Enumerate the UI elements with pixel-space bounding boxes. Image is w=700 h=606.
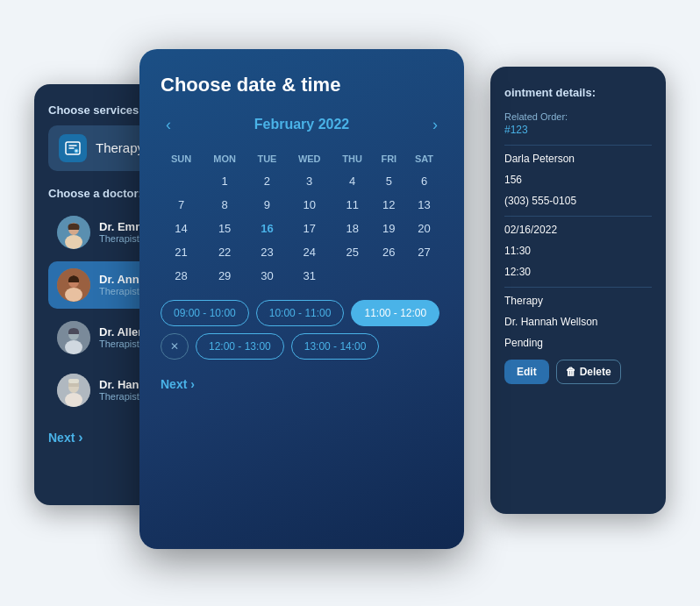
calendar-day[interactable]: 10 — [287, 193, 332, 217]
appt-date: 02/16/2022 — [504, 224, 652, 236]
calendar-week-row: 21222324252627 — [161, 240, 443, 264]
calendar-day[interactable]: 20 — [405, 217, 443, 240]
trash-icon: 🗑 — [566, 366, 576, 378]
calendar-days-row: SUN MON TUE WED THU FRI SAT — [161, 150, 443, 169]
appt-time-start: 11:30 — [504, 245, 652, 257]
svg-point-10 — [65, 340, 82, 354]
calendar-title: Choose date & time — [161, 74, 443, 96]
time-slot-5[interactable]: 13:00 - 14:00 — [291, 333, 380, 360]
calendar-day[interactable]: 23 — [247, 240, 287, 264]
calendar-day[interactable]: 6 — [405, 169, 443, 193]
calendar-body: 1234567891011121314151617181920212223242… — [161, 169, 443, 288]
calendar-day[interactable]: 8 — [202, 193, 247, 217]
calendar-day[interactable]: 25 — [332, 240, 373, 264]
calendar-day[interactable]: 4 — [332, 169, 373, 193]
calendar-week-row: 28293031 — [161, 264, 443, 288]
day-wed: WED — [287, 150, 332, 169]
calendar-day[interactable]: 19 — [373, 217, 405, 240]
calendar-day[interactable]: 22 — [202, 240, 247, 264]
calendar-next-chevron: › — [190, 377, 195, 391]
calendar-week-row: 78910111213 — [161, 193, 443, 217]
svg-point-7 — [65, 288, 82, 302]
calendar-day[interactable]: 11 — [332, 193, 373, 217]
calendar-day[interactable]: 14 — [161, 217, 202, 240]
calendar-next-link[interactable]: Next › — [161, 377, 443, 391]
edit-button[interactable]: Edit — [504, 360, 549, 384]
time-slot-2[interactable]: 11:00 - 12:00 — [351, 300, 439, 326]
calendar-day[interactable]: 5 — [373, 169, 405, 193]
delete-button[interactable]: 🗑 Delete — [556, 360, 621, 384]
related-order-label: Related Order: — [504, 111, 652, 122]
calendar-header: ‹ February 2022 › — [161, 114, 443, 136]
doctor-avatar-3 — [57, 321, 90, 354]
calendar-day[interactable]: 18 — [332, 217, 373, 240]
service-name: Therapy — [96, 140, 144, 155]
calendar-day[interactable]: 16 — [247, 217, 287, 240]
doctor-avatar-2 — [57, 268, 90, 302]
svg-point-13 — [65, 393, 82, 407]
next-month-button[interactable]: › — [427, 114, 443, 136]
day-fri: FRI — [373, 150, 405, 169]
calendar-day[interactable]: 21 — [161, 240, 202, 264]
day-tue: TUE — [247, 150, 287, 169]
calendar-month: February 2022 — [254, 117, 350, 132]
scene: Choose services: Therapy Choose a doctor… — [34, 32, 666, 575]
doctor-avatar-1 — [57, 216, 90, 249]
day-sun: SUN — [161, 150, 202, 169]
calendar-day[interactable]: 17 — [287, 217, 332, 240]
calendar-week-row: 14151617181920 — [161, 217, 443, 240]
calendar-day — [161, 169, 202, 193]
patient-phone: (303) 555-0105 — [504, 195, 652, 207]
calendar-day[interactable]: 7 — [161, 193, 202, 217]
calendar-day[interactable]: 27 — [405, 240, 443, 264]
calendar-day[interactable]: 15 — [202, 217, 247, 240]
calendar-grid: SUN MON TUE WED THU FRI SAT 123456789101… — [161, 150, 443, 288]
calendar-day — [373, 264, 405, 288]
calendar-day[interactable]: 1 — [202, 169, 247, 193]
appt-actions: Edit 🗑 Delete — [504, 360, 652, 384]
day-sat: SAT — [405, 150, 443, 169]
appt-status: Pending — [504, 337, 652, 349]
calendar-day[interactable]: 30 — [247, 264, 287, 288]
patient-id: 156 — [504, 174, 652, 186]
time-slot-0[interactable]: 09:00 - 10:00 — [161, 300, 249, 326]
left-next-chevron: › — [78, 430, 82, 446]
time-slot-1[interactable]: 10:00 - 11:00 — [256, 300, 345, 326]
calendar-card: Choose date & time ‹ February 2022 › SUN… — [139, 49, 464, 549]
divider-3 — [504, 287, 652, 288]
calendar-day[interactable]: 29 — [202, 264, 247, 288]
calendar-day[interactable]: 13 — [405, 193, 443, 217]
calendar-day[interactable]: 2 — [247, 169, 287, 193]
time-slots: 09:00 - 10:0010:00 - 11:0011:00 - 12:00✕… — [161, 300, 443, 360]
appt-doctor: Dr. Hannah Wellson — [504, 316, 652, 328]
delete-label: Delete — [580, 366, 611, 378]
appt-service: Therapy — [504, 295, 652, 307]
calendar-day[interactable]: 26 — [373, 240, 405, 264]
divider-1 — [504, 145, 652, 146]
left-next-label: Next — [48, 431, 75, 445]
calendar-day[interactable]: 12 — [373, 193, 405, 217]
patient-name: Darla Peterson — [504, 153, 652, 165]
appt-title: ointment details: — [504, 86, 652, 99]
right-card: ointment details: Related Order: #123 Da… — [490, 67, 666, 514]
calendar-day — [332, 264, 373, 288]
calendar-day[interactable]: 9 — [247, 193, 287, 217]
calendar-day[interactable]: 3 — [287, 169, 332, 193]
prev-month-button[interactable]: ‹ — [161, 114, 176, 136]
time-slot-4[interactable]: 12:00 - 13:00 — [196, 333, 284, 360]
svg-rect-14 — [68, 379, 79, 383]
calendar-next-label: Next — [161, 377, 187, 391]
doctor-avatar-4 — [57, 374, 90, 407]
calendar-day[interactable]: 28 — [161, 264, 202, 288]
calendar-day[interactable]: 31 — [287, 264, 332, 288]
divider-2 — [504, 216, 652, 217]
svg-point-4 — [65, 235, 82, 249]
calendar-day — [405, 264, 443, 288]
service-icon — [59, 134, 87, 162]
time-slot-3[interactable]: ✕ — [161, 333, 189, 360]
day-mon: MON — [202, 150, 247, 169]
calendar-week-row: 123456 — [161, 169, 443, 193]
appt-time-end: 12:30 — [504, 266, 652, 278]
related-order-value: #123 — [504, 124, 652, 136]
calendar-day[interactable]: 24 — [287, 240, 332, 264]
